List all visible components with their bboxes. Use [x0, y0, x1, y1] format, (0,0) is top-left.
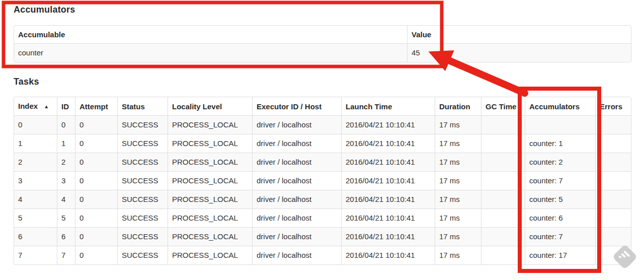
cell-duration: 17 ms: [435, 134, 481, 153]
task-row: 0 0 0 SUCCESS PROCESS_LOCAL driver / loc…: [14, 115, 631, 134]
cell-accumulator-value: 45: [407, 43, 631, 62]
cell-executor-id-host: driver / localhost: [252, 171, 341, 190]
col-header-status[interactable]: Status: [117, 97, 168, 115]
cell-attempt: 0: [75, 171, 117, 190]
cell-launch-time: 2016/04/21 10:10:41: [341, 171, 435, 190]
cell-id: 6: [57, 227, 75, 246]
task-row: 7 7 0 SUCCESS PROCESS_LOCAL driver / loc…: [14, 246, 631, 264]
cell-executor-id-host: driver / localhost: [252, 208, 341, 227]
cell-status: SUCCESS: [117, 190, 168, 208]
col-header-index[interactable]: Index▲: [14, 97, 57, 115]
cell-status: SUCCESS: [117, 208, 168, 227]
col-header-accumulable[interactable]: Accumulable: [14, 26, 407, 43]
cell-gc-time: [481, 153, 525, 171]
cell-index: 3: [14, 171, 57, 190]
cell-status: SUCCESS: [117, 134, 168, 153]
sort-ascending-icon: ▲: [44, 104, 49, 109]
cell-locality-level: PROCESS_LOCAL: [168, 171, 252, 190]
cell-gc-time: [481, 246, 525, 264]
cell-gc-time: [481, 171, 525, 190]
task-row: 5 5 0 SUCCESS PROCESS_LOCAL driver / loc…: [14, 208, 631, 227]
cell-index: 6: [14, 227, 57, 246]
accumulators-table-body: counter 45: [14, 43, 631, 62]
cell-duration: 17 ms: [435, 227, 481, 246]
cell-locality-level: PROCESS_LOCAL: [168, 246, 252, 264]
cell-duration: 17 ms: [435, 190, 481, 208]
col-header-errors[interactable]: Errors: [595, 97, 631, 115]
col-header-locality-level[interactable]: Locality Level: [168, 97, 252, 115]
cell-locality-level: PROCESS_LOCAL: [168, 115, 252, 134]
cell-executor-id-host: driver / localhost: [252, 227, 341, 246]
col-header-attempt[interactable]: Attempt: [75, 97, 117, 115]
cell-gc-time: [481, 190, 525, 208]
task-row: 1 1 0 SUCCESS PROCESS_LOCAL driver / loc…: [14, 134, 631, 153]
cell-index: 1: [14, 134, 57, 153]
cell-id: 3: [57, 171, 75, 190]
cell-executor-id-host: driver / localhost: [252, 153, 341, 171]
cell-accumulators: counter: 6: [525, 208, 595, 227]
cell-duration: 17 ms: [435, 153, 481, 171]
cell-status: SUCCESS: [117, 171, 168, 190]
cell-executor-id-host: driver / localhost: [252, 246, 341, 264]
col-header-id[interactable]: ID: [57, 97, 75, 115]
cell-id: 7: [57, 246, 75, 264]
cell-index: 4: [14, 190, 57, 208]
cell-accumulable: counter: [14, 43, 407, 62]
accumulators-table: Accumulable Value counter 45: [14, 25, 631, 62]
cell-gc-time: [481, 134, 525, 153]
cell-status: SUCCESS: [117, 153, 168, 171]
accumulators-heading: Accumulators: [14, 5, 75, 15]
col-header-accumulators[interactable]: Accumulators: [525, 97, 595, 115]
cell-attempt: 0: [75, 227, 117, 246]
cell-duration: 17 ms: [435, 171, 481, 190]
cell-launch-time: 2016/04/21 10:10:41: [341, 227, 435, 246]
cell-accumulators: counter: 1: [525, 134, 595, 153]
cell-index: 5: [14, 208, 57, 227]
cell-id: 1: [57, 134, 75, 153]
cell-attempt: 0: [75, 115, 117, 134]
cell-locality-level: PROCESS_LOCAL: [168, 227, 252, 246]
cell-locality-level: PROCESS_LOCAL: [168, 208, 252, 227]
col-header-duration[interactable]: Duration: [435, 97, 481, 115]
accumulators-header-row: Accumulable Value: [14, 26, 631, 43]
spark-stage-page: Accumulators Accumulable Value counter 4…: [0, 0, 644, 280]
cell-id: 4: [57, 190, 75, 208]
cell-errors: [595, 208, 631, 227]
cell-errors: [595, 134, 631, 153]
col-header-executor-id-host[interactable]: Executor ID / Host: [252, 97, 341, 115]
annotation-arrow: [448, 60, 525, 93]
cell-accumulators: [525, 115, 595, 134]
cell-duration: 17 ms: [435, 246, 481, 264]
cell-gc-time: [481, 208, 525, 227]
cell-attempt: 0: [75, 134, 117, 153]
cell-errors: [595, 227, 631, 246]
col-header-value[interactable]: Value: [407, 26, 631, 43]
cell-launch-time: 2016/04/21 10:10:41: [341, 134, 435, 153]
tasks-table: Index▲ ID Attempt Status Locality Level …: [14, 97, 631, 265]
cell-status: SUCCESS: [117, 246, 168, 264]
cell-errors: [595, 153, 631, 171]
cell-errors: [595, 171, 631, 190]
col-header-gc-time[interactable]: GC Time: [481, 97, 525, 115]
task-row: 2 2 0 SUCCESS PROCESS_LOCAL driver / loc…: [14, 153, 631, 171]
cell-status: SUCCESS: [117, 115, 168, 134]
cell-id: 0: [57, 115, 75, 134]
cell-executor-id-host: driver / localhost: [252, 115, 341, 134]
cell-launch-time: 2016/04/21 10:10:41: [341, 115, 435, 134]
cell-id: 5: [57, 208, 75, 227]
cell-id: 2: [57, 153, 75, 171]
cell-attempt: 0: [75, 246, 117, 264]
task-row: 3 3 0 SUCCESS PROCESS_LOCAL driver / loc…: [14, 171, 631, 190]
cell-launch-time: 2016/04/21 10:10:41: [341, 246, 435, 264]
cell-errors: [595, 115, 631, 134]
cell-duration: 17 ms: [435, 208, 481, 227]
cell-launch-time: 2016/04/21 10:10:41: [341, 153, 435, 171]
task-row: 4 4 0 SUCCESS PROCESS_LOCAL driver / loc…: [14, 190, 631, 208]
cell-accumulators: counter: 17: [525, 246, 595, 264]
cell-index: 2: [14, 153, 57, 171]
cell-launch-time: 2016/04/21 10:10:41: [341, 208, 435, 227]
col-header-launch-time[interactable]: Launch Time: [341, 97, 435, 115]
cell-accumulators: counter: 5: [525, 190, 595, 208]
cell-executor-id-host: driver / localhost: [252, 190, 341, 208]
task-row: 6 6 0 SUCCESS PROCESS_LOCAL driver / loc…: [14, 227, 631, 246]
